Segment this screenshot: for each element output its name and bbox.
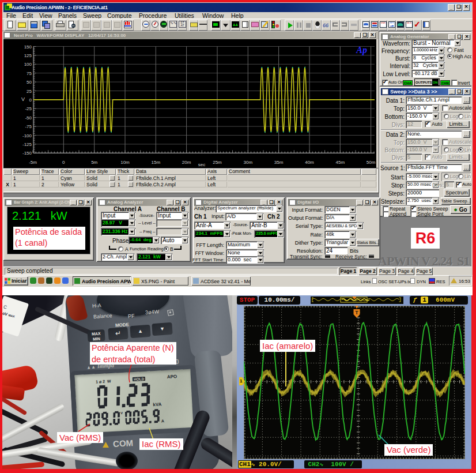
svg-text:100: 100 [24,62,32,67]
svg-text:75: 75 [27,71,32,76]
svg-text:15m: 15m [152,160,161,165]
svg-text:0: 0 [62,160,65,165]
svg-text:50m: 50m [367,160,376,165]
svg-text:40m: 40m [305,160,314,165]
svg-text:V: V [21,96,25,102]
svg-text:-50: -50 [25,115,32,121]
svg-text:Ap: Ap [356,45,367,55]
svg-text:-25: -25 [25,106,32,111]
svg-text:-125: -125 [22,142,32,147]
svg-text:20m: 20m [182,160,191,165]
svg-text:30m: 30m [244,160,253,165]
svg-text:25m: 25m [213,160,222,165]
svg-text:T: T [355,310,358,316]
svg-text:25: 25 [27,89,32,94]
svg-text:35m: 35m [274,160,284,165]
svg-text:0: 0 [29,97,32,103]
svg-text:45m: 45m [336,160,345,165]
svg-text:-100: -100 [22,133,32,138]
svg-text:-5m: -5m [29,160,37,165]
svg-text:125: 125 [24,53,32,58]
svg-text:5m: 5m [91,160,97,165]
svg-text:10m: 10m [120,160,130,165]
svg-text:150: 150 [24,44,32,50]
svg-text:-150: -150 [22,151,32,156]
svg-text:sec: sec [198,162,205,167]
svg-text:-75: -75 [25,124,32,129]
svg-text:50: 50 [27,80,32,85]
